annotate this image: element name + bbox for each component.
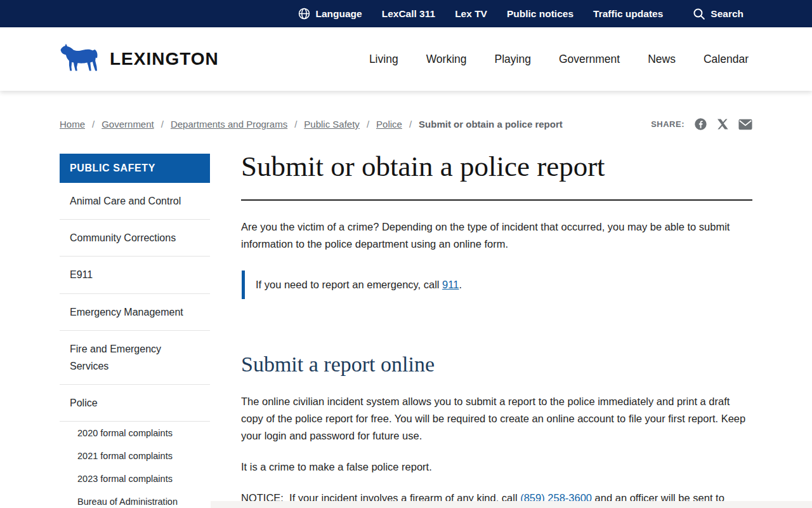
section-title-submit-online: Submit a report online bbox=[241, 352, 752, 377]
false-report-paragraph: It is a crime to make a false police rep… bbox=[241, 458, 752, 476]
breadcrumb-police[interactable]: Police bbox=[376, 119, 402, 130]
sidebar-item-animal-care[interactable]: Animal Care and Control bbox=[60, 183, 210, 220]
main-article: Submit or obtain a police report Are you… bbox=[241, 154, 752, 508]
breadcrumb-home[interactable]: Home bbox=[60, 119, 85, 130]
sidebar-item-police[interactable]: Police bbox=[60, 385, 210, 422]
emergency-text-prefix: If you need to report an emergency, call bbox=[256, 279, 442, 290]
breadcrumb-separator: / bbox=[161, 119, 164, 130]
facebook-icon[interactable] bbox=[694, 117, 707, 131]
search-icon bbox=[693, 8, 705, 20]
nav-living[interactable]: Living bbox=[369, 53, 398, 66]
online-system-paragraph: The online civilian incident system allo… bbox=[241, 393, 752, 444]
breadcrumb-public-safety[interactable]: Public Safety bbox=[304, 119, 360, 130]
sidebar-item-fire-emergency-services[interactable]: Fire and Emergency Services bbox=[60, 331, 210, 385]
nav-playing[interactable]: Playing bbox=[495, 53, 531, 66]
search-label: Search bbox=[710, 8, 743, 20]
content-area: PUBLIC SAFETY Animal Care and Control Co… bbox=[60, 154, 752, 508]
language-button[interactable]: Language bbox=[298, 8, 362, 20]
section-sidebar: PUBLIC SAFETY Animal Care and Control Co… bbox=[60, 154, 210, 508]
utility-bar: Language LexCall 311 Lex TV Public notic… bbox=[0, 0, 812, 27]
email-icon[interactable] bbox=[738, 119, 752, 130]
horse-logo-icon bbox=[60, 43, 100, 76]
breadcrumb-separator: / bbox=[409, 119, 412, 130]
nav-government[interactable]: Government bbox=[559, 53, 620, 66]
nav-news[interactable]: News bbox=[648, 53, 676, 66]
public-notices-label: Public notices bbox=[507, 8, 573, 20]
x-icon[interactable] bbox=[717, 118, 729, 130]
language-label: Language bbox=[315, 8, 362, 20]
search-button[interactable]: Search bbox=[693, 8, 743, 20]
nav-calendar[interactable]: Calendar bbox=[704, 53, 749, 66]
sidebar-title-public-safety[interactable]: PUBLIC SAFETY bbox=[60, 154, 210, 183]
breadcrumb-separator: / bbox=[367, 119, 369, 130]
sidebar-item-emergency-management[interactable]: Emergency Management bbox=[60, 294, 210, 331]
sidebar-item-e911[interactable]: E911 bbox=[60, 257, 210, 293]
lex-tv-link[interactable]: Lex TV bbox=[455, 8, 487, 20]
sidebar-subitem-2021-complaints[interactable]: 2021 formal complaints bbox=[60, 444, 210, 467]
traffic-updates-label: Traffic updates bbox=[593, 8, 663, 20]
public-notices-link[interactable]: Public notices bbox=[507, 8, 573, 20]
title-divider bbox=[241, 199, 752, 201]
page-title: Submit or obtain a police report bbox=[241, 150, 752, 183]
call-911-link[interactable]: 911 bbox=[442, 279, 459, 290]
emergency-text-suffix: . bbox=[459, 279, 462, 290]
nav-working[interactable]: Working bbox=[426, 53, 467, 66]
intro-paragraph: Are you the victim of a crime? Depending… bbox=[241, 218, 752, 253]
lex-tv-label: Lex TV bbox=[455, 8, 487, 20]
breadcrumb-separator: / bbox=[92, 119, 95, 130]
share-bar: SHARE: bbox=[651, 117, 752, 131]
lexcall-311-label: LexCall 311 bbox=[382, 8, 435, 20]
breadcrumb-government[interactable]: Government bbox=[102, 119, 154, 130]
share-label: SHARE: bbox=[651, 119, 684, 129]
breadcrumb-separator: / bbox=[294, 119, 297, 130]
site-header: LEXINGTON Living Working Playing Governm… bbox=[0, 27, 812, 91]
home-logo-link[interactable]: LEXINGTON bbox=[60, 43, 219, 76]
emergency-callout-text: If you need to report an emergency, call… bbox=[256, 276, 752, 293]
page-bottom-strip bbox=[211, 501, 812, 508]
primary-nav: Living Working Playing Government News C… bbox=[369, 53, 749, 66]
breadcrumb-current-page: Submit or obtain a police report bbox=[419, 119, 563, 130]
lexcall-311-link[interactable]: LexCall 311 bbox=[382, 8, 435, 20]
sidebar-subitem-bureau-administration[interactable]: Bureau of Administration bbox=[60, 490, 210, 508]
globe-icon bbox=[298, 8, 310, 20]
breadcrumb: Home / Government / Departments and Prog… bbox=[60, 117, 752, 131]
emergency-callout: If you need to report an emergency, call… bbox=[242, 271, 752, 299]
sidebar-subitem-2020-complaints[interactable]: 2020 formal complaints bbox=[60, 422, 210, 444]
traffic-updates-link[interactable]: Traffic updates bbox=[593, 8, 663, 20]
breadcrumb-departments[interactable]: Departments and Programs bbox=[171, 119, 287, 130]
brand-wordmark: LEXINGTON bbox=[110, 49, 219, 69]
sidebar-item-community-corrections[interactable]: Community Corrections bbox=[60, 220, 210, 257]
sidebar-subitem-2023-complaints[interactable]: 2023 formal complaints bbox=[60, 467, 210, 490]
